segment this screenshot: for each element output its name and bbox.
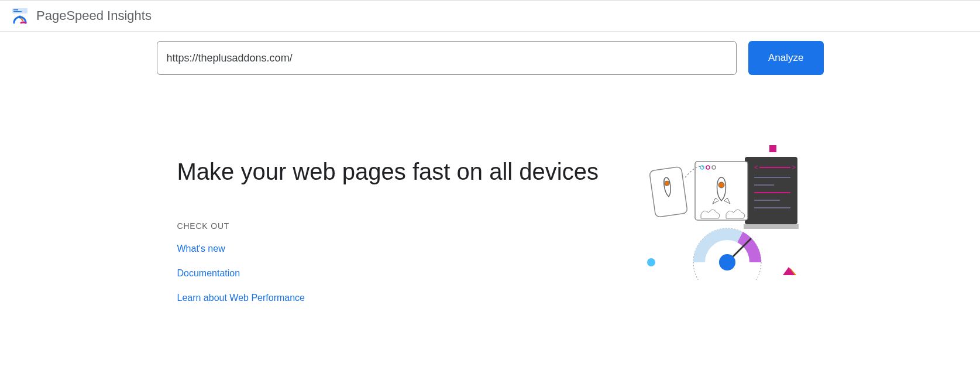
hero-illustration: < > [639,145,803,280]
header-bar: PageSpeed Insights [0,0,980,32]
svg-text:<: < [754,163,758,172]
svg-rect-4 [769,145,776,152]
svg-rect-2 [13,11,22,12]
pagespeed-logo-icon [12,8,28,24]
svg-point-3 [19,16,22,19]
list-item: Documentation [177,268,604,279]
web-performance-link[interactable]: Learn about Web Performance [177,293,305,303]
list-item: Learn about Web Performance [177,293,604,303]
documentation-link[interactable]: Documentation [177,268,240,278]
svg-rect-1 [13,9,18,11]
svg-point-24 [664,181,669,186]
main-content: Make your web pages fast on all devices … [166,157,815,317]
svg-rect-17 [744,224,799,229]
svg-text:>: > [792,163,796,172]
analyze-button[interactable]: Analyze [748,41,823,75]
svg-point-22 [718,182,724,188]
whats-new-link[interactable]: What's new [177,244,225,254]
url-input[interactable] [157,41,737,75]
svg-point-5 [647,258,655,266]
search-row: Analyze [145,41,835,75]
list-item: What's new [177,244,604,254]
svg-point-26 [719,254,735,270]
product-title: PageSpeed Insights [36,8,152,23]
checkout-label: CHECK OUT [177,221,604,231]
svg-rect-0 [12,8,27,13]
link-list: What's new Documentation Learn about Web… [177,244,604,303]
main-text: Make your web pages fast on all devices … [177,157,604,317]
hero-heading: Make your web pages fast on all devices [177,157,604,186]
